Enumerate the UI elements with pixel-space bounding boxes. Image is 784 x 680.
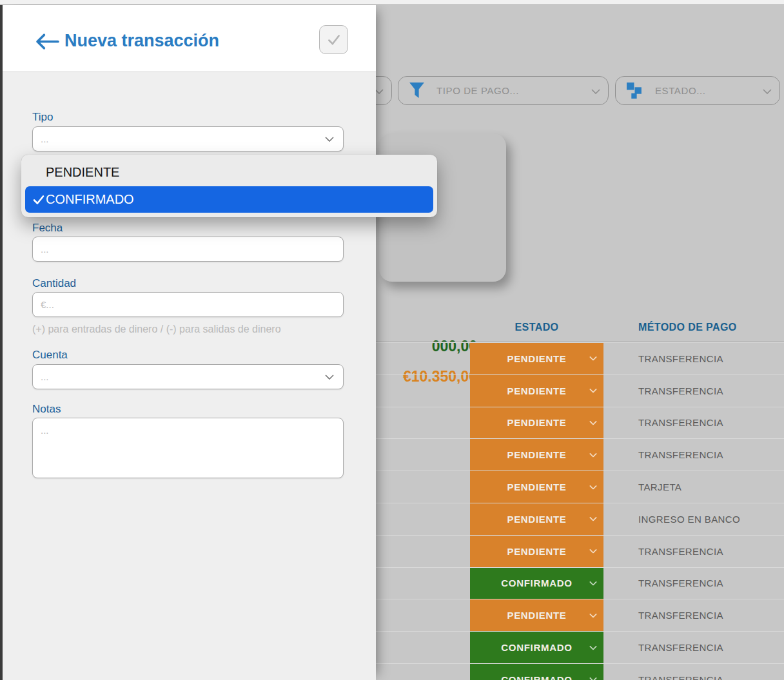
- filter-estado[interactable]: ESTADO...: [615, 76, 780, 105]
- cuenta-field-label: Cuenta: [32, 349, 68, 362]
- status-label: PENDIENTE: [507, 610, 566, 621]
- filter-tipo-de-pago-label: TIPO DE PAGO...: [436, 85, 519, 96]
- payment-method: TRANSFERENCIA: [638, 439, 723, 471]
- chevron-down-icon: [325, 374, 334, 380]
- payment-method: TARJETA: [638, 471, 681, 503]
- cantidad-helper-text: (+) para entradas de dinero / (-) para s…: [32, 324, 281, 335]
- dropdown-option-confirmado[interactable]: CONFIRMADO: [25, 186, 433, 213]
- chevron-down-icon: [591, 85, 600, 97]
- payment-method: TRANSFERENCIA: [638, 375, 723, 407]
- table-row: PENDIENTE TRANSFERENCIA: [376, 535, 784, 567]
- status-badge-select[interactable]: PENDIENTE: [470, 471, 603, 503]
- status-badge-select[interactable]: CONFIRMADO: [470, 664, 603, 680]
- status-badge-select[interactable]: PENDIENTE: [470, 375, 603, 407]
- dropdown-option-pendiente[interactable]: PENDIENTE: [21, 159, 437, 186]
- chevron-down-icon: [589, 452, 597, 457]
- table-row: PENDIENTE TRANSFERENCIA: [376, 407, 784, 439]
- status-badge-select[interactable]: PENDIENTE: [470, 599, 603, 631]
- status-label: PENDIENTE: [507, 417, 566, 428]
- status-label: CONFIRMADO: [501, 642, 572, 653]
- status-label: PENDIENTE: [507, 353, 566, 364]
- arrow-left-icon: [35, 33, 59, 50]
- back-button[interactable]: [35, 31, 61, 52]
- chevron-down-icon: [589, 549, 597, 554]
- chevron-down-icon: [589, 613, 597, 617]
- table-row: CONFIRMADO TRANSFERENCIA: [376, 663, 784, 680]
- filter-estado-label: ESTADO...: [655, 85, 705, 96]
- table-row: CONFIRMADO TRANSFERENCIA: [376, 631, 784, 663]
- fecha-input[interactable]: [32, 237, 344, 262]
- option-label: PENDIENTE: [46, 165, 119, 180]
- status-label: PENDIENTE: [507, 481, 566, 492]
- filter-tipo-de-pago[interactable]: TIPO DE PAGO...: [398, 76, 609, 105]
- status-label: CONFIRMADO: [501, 674, 572, 680]
- column-header-estado: ESTADO: [470, 313, 603, 342]
- payment-method: TRANSFERENCIA: [638, 568, 723, 599]
- fecha-field-label: Fecha: [32, 222, 63, 235]
- table-row: PENDIENTE TRANSFERENCIA: [376, 599, 784, 631]
- option-label: CONFIRMADO: [46, 192, 134, 207]
- table-row: PENDIENTE INGRESO EN BANCO: [376, 503, 784, 535]
- column-header-metodo-de-pago: MÉTODO DE PAGO: [638, 313, 737, 342]
- transactions-table: PENDIENTE TRANSFERENCIA PENDIENTE TRANSF…: [376, 342, 784, 680]
- notas-textarea[interactable]: [32, 418, 344, 478]
- payment-method: TRANSFERENCIA: [638, 664, 723, 680]
- chevron-down-icon: [589, 356, 597, 361]
- window-top-strip: [0, 0, 784, 5]
- table-row: PENDIENTE TRANSFERENCIA: [376, 374, 784, 407]
- new-transaction-panel: Nueva transacción Tipo ... Fecha Cantida…: [3, 5, 376, 680]
- tipo-dropdown-menu: PENDIENTE CONFIRMADO: [21, 155, 437, 217]
- payment-method: TRANSFERENCIA: [638, 407, 723, 439]
- tipo-select-placeholder: ...: [41, 133, 49, 144]
- chevron-down-icon: [589, 517, 597, 521]
- funnel-filter-icon: [409, 82, 425, 99]
- chevron-down-icon: [589, 677, 597, 680]
- chevron-down-icon: [589, 645, 597, 650]
- table-row: PENDIENTE TRANSFERENCIA: [376, 438, 784, 471]
- table-header-row: ESTADO MÉTODO DE PAGO: [376, 313, 784, 342]
- check-icon: [33, 195, 44, 205]
- status-label: CONFIRMADO: [501, 578, 572, 588]
- payment-method: TRANSFERENCIA: [638, 632, 723, 663]
- cantidad-input[interactable]: [32, 292, 344, 317]
- status-badge-select[interactable]: PENDIENTE: [470, 439, 603, 471]
- status-label: PENDIENTE: [507, 449, 566, 460]
- chevron-down-icon: [589, 485, 597, 489]
- payment-method: TRANSFERENCIA: [638, 599, 723, 631]
- tipo-field-label: Tipo: [32, 111, 53, 124]
- status-badge-select[interactable]: PENDIENTE: [470, 343, 603, 374]
- status-badge-select[interactable]: PENDIENTE: [470, 407, 603, 439]
- status-badge-select[interactable]: PENDIENTE: [470, 536, 603, 567]
- chevron-down-icon: [375, 85, 384, 97]
- panel-header: Nueva transacción: [3, 5, 376, 72]
- payment-method: TRANSFERENCIA: [638, 343, 723, 374]
- cuenta-select[interactable]: ...: [32, 364, 344, 389]
- status-badge-select[interactable]: CONFIRMADO: [470, 568, 603, 599]
- chevron-down-icon: [589, 581, 597, 585]
- status-label: PENDIENTE: [507, 514, 566, 525]
- chevron-down-icon: [325, 137, 334, 142]
- table-row: PENDIENTE TARJETA: [376, 471, 784, 503]
- chevron-down-icon: [589, 389, 597, 393]
- chevron-down-icon: [589, 420, 597, 425]
- hierarchy-icon: [626, 82, 643, 99]
- cuenta-select-placeholder: ...: [41, 371, 49, 382]
- check-icon: [326, 33, 342, 47]
- payment-method: INGRESO EN BANCO: [638, 503, 740, 535]
- table-row: CONFIRMADO TRANSFERENCIA: [376, 567, 784, 599]
- cantidad-field-label: Cantidad: [32, 277, 76, 290]
- chevron-down-icon: [763, 85, 772, 97]
- page-title: Nueva transacción: [64, 31, 219, 51]
- window-left-edge: [0, 5, 3, 680]
- tipo-select[interactable]: ...: [32, 126, 344, 151]
- notas-field-label: Notas: [32, 403, 61, 416]
- payment-method: TRANSFERENCIA: [638, 536, 723, 567]
- save-transaction-button[interactable]: [319, 25, 348, 54]
- app-screen: TIPO DE PAGO... ESTADO... 000,00 €10.350…: [0, 0, 784, 680]
- status-label: PENDIENTE: [507, 546, 566, 557]
- status-badge-select[interactable]: PENDIENTE: [470, 503, 603, 535]
- status-label: PENDIENTE: [507, 385, 566, 396]
- status-badge-select[interactable]: CONFIRMADO: [470, 632, 603, 663]
- table-row: PENDIENTE TRANSFERENCIA: [376, 342, 784, 374]
